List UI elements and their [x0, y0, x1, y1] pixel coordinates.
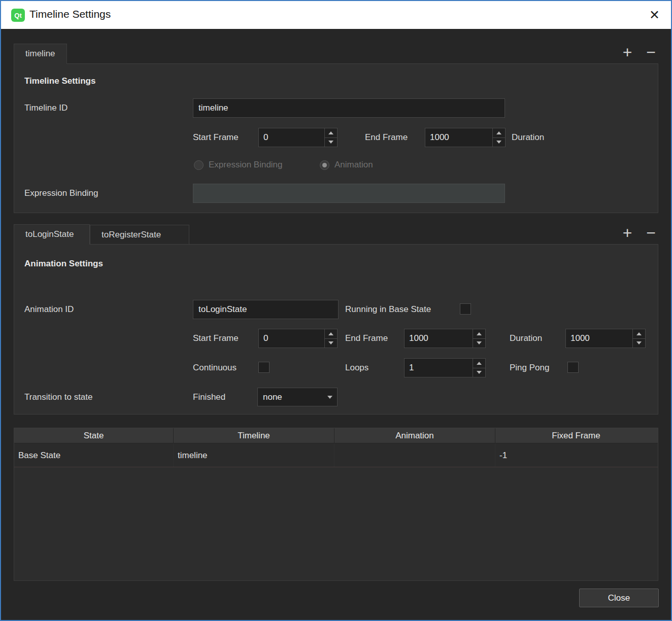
add-timeline-button[interactable]: + — [623, 43, 632, 61]
animation-tab-tools: + − — [623, 224, 656, 242]
start-frame-spin-buttons — [324, 128, 337, 147]
animation-settings-panel: Animation Settings Animation ID Running … — [14, 244, 658, 415]
timeline-settings-heading: Timeline Settings — [24, 76, 95, 86]
finished-dropdown[interactable]: none — [257, 388, 338, 406]
remove-timeline-button[interactable]: − — [646, 43, 656, 61]
ping-pong-label: Ping Pong — [510, 358, 549, 377]
title-bar: Qt Timeline Settings ✕ — [1, 1, 671, 29]
expression-binding-radio[interactable] — [194, 160, 204, 170]
table-row[interactable]: Base State timeline -1 — [14, 443, 658, 467]
running-in-base-state-label: Running in Base State — [345, 300, 431, 319]
anim-duration-value: 1000 — [566, 329, 632, 348]
cell-state: Base State — [14, 443, 174, 467]
duration-label: Duration — [512, 128, 544, 147]
start-frame-value: 0 — [259, 128, 324, 147]
tab-timeline[interactable]: timeline — [14, 44, 67, 64]
close-button[interactable]: Close — [579, 589, 659, 607]
state-table-header: State Timeline Animation Fixed Frame — [14, 428, 658, 443]
tab-tologinstate-label: toLoginState — [25, 229, 74, 239]
spin-up-icon[interactable] — [493, 128, 505, 138]
cell-timeline: timeline — [174, 443, 334, 467]
timeline-id-input[interactable] — [193, 98, 505, 118]
qt-logo-icon: Qt — [11, 9, 25, 22]
spin-down-icon[interactable] — [473, 339, 485, 348]
animation-id-label: Animation ID — [24, 300, 74, 319]
spin-up-icon[interactable] — [633, 329, 645, 339]
add-animation-button[interactable]: + — [623, 224, 632, 242]
close-window-icon[interactable]: ✕ — [649, 7, 660, 22]
timeline-settings-panel: Timeline Settings Timeline ID Start Fram… — [14, 63, 658, 213]
tab-timeline-label: timeline — [25, 49, 55, 58]
cell-animation — [334, 443, 495, 467]
window-title: Timeline Settings — [29, 8, 111, 20]
spin-down-icon[interactable] — [633, 339, 645, 348]
expression-binding-radio-label: Expression Binding — [209, 160, 283, 170]
expression-binding-input[interactable] — [193, 184, 505, 203]
anim-end-frame-spin-buttons — [473, 329, 485, 348]
anim-duration-spin-buttons — [632, 329, 645, 348]
spin-down-icon[interactable] — [493, 138, 505, 147]
anim-start-frame-spin-buttons — [324, 329, 337, 348]
spin-up-icon[interactable] — [325, 128, 337, 138]
anim-duration-label: Duration — [510, 329, 542, 348]
expression-binding-radio-group[interactable]: Expression Binding — [194, 158, 283, 171]
anim-end-frame-spinbox[interactable]: 1000 — [404, 329, 486, 348]
loops-label: Loops — [345, 358, 368, 377]
expression-binding-label: Expression Binding — [24, 184, 98, 203]
loops-spin-buttons — [473, 359, 485, 377]
start-frame-label: Start Frame — [193, 128, 239, 147]
animation-radio-group[interactable]: Animation — [320, 158, 373, 171]
animation-radio[interactable] — [320, 160, 329, 170]
continuous-checkbox[interactable] — [258, 362, 270, 373]
anim-end-frame-value: 1000 — [405, 329, 473, 348]
running-in-base-state-checkbox[interactable] — [460, 303, 471, 315]
column-header-animation[interactable]: Animation — [334, 428, 495, 443]
spin-up-icon[interactable] — [325, 329, 337, 339]
spin-down-icon[interactable] — [325, 339, 337, 348]
animation-settings-heading: Animation Settings — [24, 259, 103, 269]
end-frame-spin-buttons — [492, 128, 505, 147]
tab-tologinstate[interactable]: toLoginState — [14, 224, 90, 245]
chevron-down-icon — [323, 396, 337, 399]
animation-radio-label: Animation — [334, 160, 373, 170]
anim-start-frame-value: 0 — [259, 329, 324, 348]
column-header-timeline[interactable]: Timeline — [174, 428, 334, 443]
transition-to-state-label: Transition to state — [24, 388, 93, 407]
timeline-id-label: Timeline ID — [24, 98, 68, 118]
timeline-tab-tools: + − — [623, 43, 656, 61]
continuous-label: Continuous — [193, 358, 237, 377]
tab-toregisterstate-label: toRegisterState — [102, 230, 161, 239]
anim-end-frame-label: End Frame — [345, 329, 388, 348]
start-frame-spinbox[interactable]: 0 — [258, 128, 338, 147]
state-table: State Timeline Animation Fixed Frame Bas… — [14, 428, 658, 581]
spin-down-icon[interactable] — [473, 368, 485, 377]
finished-label: Finished — [193, 388, 225, 407]
spin-down-icon[interactable] — [325, 138, 337, 147]
loops-spinbox[interactable]: 1 — [404, 358, 486, 377]
remove-animation-button[interactable]: − — [646, 224, 656, 242]
column-header-fixed-frame[interactable]: Fixed Frame — [495, 428, 657, 443]
end-frame-value: 1000 — [425, 128, 492, 147]
spin-up-icon[interactable] — [473, 329, 485, 339]
end-frame-spinbox[interactable]: 1000 — [425, 128, 506, 147]
anim-start-frame-label: Start Frame — [193, 329, 239, 348]
animation-id-input[interactable] — [193, 300, 339, 319]
anim-start-frame-spinbox[interactable]: 0 — [258, 329, 338, 348]
finished-dropdown-value: none — [258, 392, 323, 402]
end-frame-label: End Frame — [365, 128, 408, 147]
ping-pong-checkbox[interactable] — [567, 362, 579, 373]
tab-toregisterstate[interactable]: toRegisterState — [90, 225, 189, 245]
column-header-state[interactable]: State — [14, 428, 174, 443]
spin-up-icon[interactable] — [473, 359, 485, 368]
cell-fixed-frame: -1 — [495, 443, 657, 467]
dialog-body: timeline + − Timeline Settings Timeline … — [1, 29, 671, 620]
loops-value: 1 — [405, 359, 473, 377]
timeline-settings-dialog: Qt Timeline Settings ✕ timeline + − Time… — [0, 0, 672, 621]
anim-duration-spinbox[interactable]: 1000 — [565, 329, 646, 348]
